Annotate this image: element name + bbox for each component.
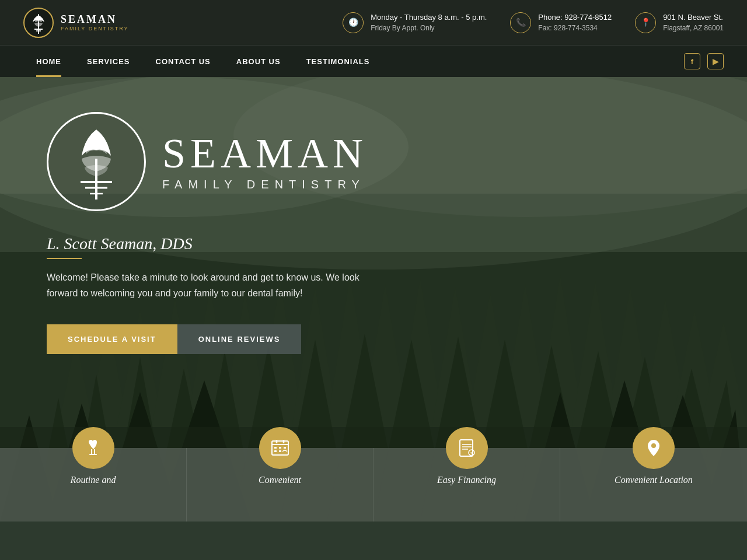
hero-logo: SEAMAN FAMILY DENTISTRY xyxy=(47,112,368,211)
feature-routine-label: Routine and xyxy=(71,475,116,485)
social-icons: f ▶ xyxy=(684,53,724,69)
hero-section: SEAMAN FAMILY DENTISTRY L. Scott Seaman,… xyxy=(0,77,747,522)
logo-subtitle: FAMILY DENTISTRY xyxy=(61,26,129,32)
nav-links: HOME SERVICES CONTACT US ABOUT US TESTIM… xyxy=(23,46,382,77)
clock-icon: 🕐 xyxy=(343,12,364,33)
nav-about[interactable]: ABOUT US xyxy=(224,46,294,77)
logo-icon xyxy=(23,8,54,38)
features-bar: Routine and Convenient xyxy=(0,448,747,522)
routine-icon xyxy=(72,427,114,469)
svg-rect-68 xyxy=(284,447,286,449)
phone-label: Phone: 928-774-8512 xyxy=(538,12,612,23)
schedule-button[interactable]: SCHEDULE A VISIT xyxy=(47,324,177,354)
youtube-icon[interactable]: ▶ xyxy=(707,53,724,69)
phone-info[interactable]: 📞 Phone: 928-774-8512 Fax: 928-774-3534 xyxy=(510,12,612,34)
nav-contact[interactable]: CONTACT US xyxy=(143,46,224,77)
hero-logo-text: SEAMAN FAMILY DENTISTRY xyxy=(162,132,368,191)
hours-text: Monday - Thursday 8 a.m. - 5 p.m. Friday… xyxy=(371,12,487,34)
doctor-name: L. Scott Seaman, DDS xyxy=(47,235,193,253)
hero-logo-subtitle: FAMILY DENTISTRY xyxy=(162,178,368,191)
hero-logo-circle xyxy=(47,112,146,211)
contact-info: 🕐 Monday - Thursday 8 a.m. - 5 p.m. Frid… xyxy=(343,12,724,34)
svg-rect-69 xyxy=(274,450,277,452)
hours-main: Monday - Thursday 8 a.m. - 5 p.m. xyxy=(371,12,487,23)
facebook-icon[interactable]: f xyxy=(684,53,700,69)
svg-rect-66 xyxy=(274,447,277,449)
feature-financing-label: Easy Financing xyxy=(437,475,496,485)
financing-icon: $ xyxy=(446,427,488,469)
location-icon: 📍 xyxy=(635,12,656,33)
welcome-text: Welcome! Please take a minute to look ar… xyxy=(47,270,374,301)
logo-text: SEAMAN FAMILY DENTISTRY xyxy=(61,13,129,32)
nav-home[interactable]: HOME xyxy=(23,46,74,77)
feature-routine: Routine and xyxy=(0,448,187,522)
feature-location: Convenient Location xyxy=(560,448,747,522)
hours-info: 🕐 Monday - Thursday 8 a.m. - 5 p.m. Frid… xyxy=(343,12,487,34)
logo-name: SEAMAN xyxy=(61,13,129,26)
nav-testimonials[interactable]: TESTIMONIALS xyxy=(294,46,383,77)
logo[interactable]: SEAMAN FAMILY DENTISTRY xyxy=(23,8,129,38)
top-bar: SEAMAN FAMILY DENTISTRY 🕐 Monday - Thurs… xyxy=(0,0,747,46)
feature-convenient-label: Convenient xyxy=(259,475,301,485)
address-line1: 901 N. Beaver St. xyxy=(663,12,724,23)
nav-services[interactable]: SERVICES xyxy=(74,46,143,77)
cta-buttons: SCHEDULE A VISIT ONLINE REVIEWS xyxy=(47,324,301,354)
convenient-icon xyxy=(259,427,301,469)
svg-rect-61 xyxy=(89,454,97,455)
hero-logo-name: SEAMAN xyxy=(162,132,368,174)
doctor-divider xyxy=(47,258,82,259)
svg-point-77 xyxy=(651,443,656,448)
hours-sub: Friday By Appt. Only xyxy=(371,23,487,33)
svg-rect-67 xyxy=(279,447,281,449)
fax-label: Fax: 928-774-3534 xyxy=(538,23,612,33)
address-line2: Flagstaff, AZ 86001 xyxy=(663,23,724,33)
address-text: 901 N. Beaver St. Flagstaff, AZ 86001 xyxy=(663,12,724,34)
location-feature-icon xyxy=(633,427,675,469)
phone-text: Phone: 928-774-8512 Fax: 928-774-3534 xyxy=(538,12,612,34)
phone-icon: 📞 xyxy=(510,12,531,33)
reviews-button[interactable]: ONLINE REVIEWS xyxy=(177,324,302,354)
nav-bar: HOME SERVICES CONTACT US ABOUT US TESTIM… xyxy=(0,46,747,77)
feature-financing: $ Easy Financing xyxy=(374,448,560,522)
address-info[interactable]: 📍 901 N. Beaver St. Flagstaff, AZ 86001 xyxy=(635,12,724,34)
feature-convenient: Convenient xyxy=(187,448,374,522)
svg-rect-70 xyxy=(279,450,281,452)
feature-location-label: Convenient Location xyxy=(615,475,693,485)
